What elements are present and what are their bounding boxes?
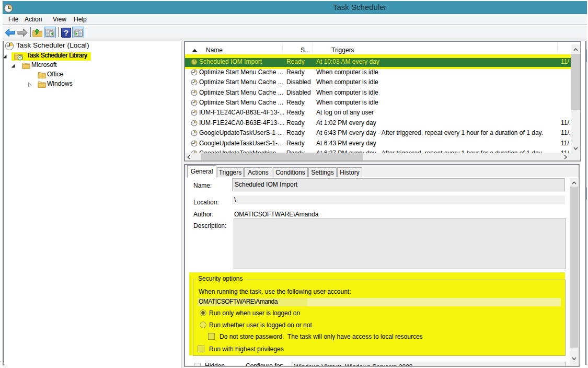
svg-text:?: ? (64, 28, 68, 37)
